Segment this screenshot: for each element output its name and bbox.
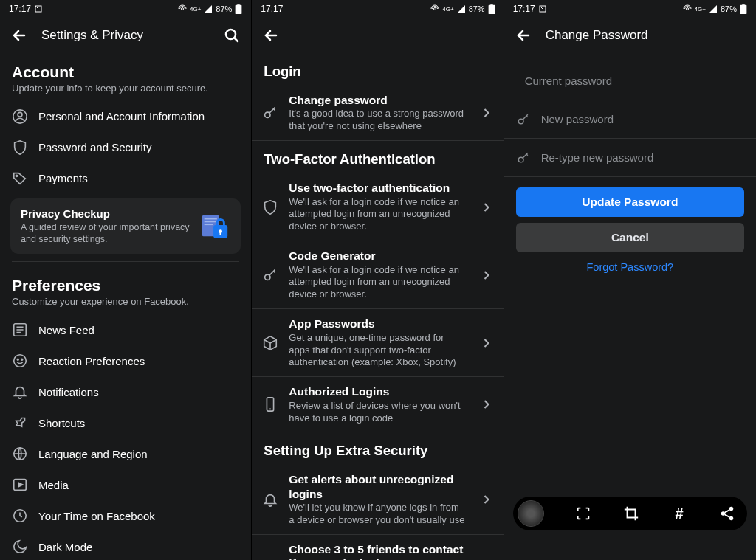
login-alerts-item[interactable]: Get alerts about unrecognized logins We'… (252, 465, 504, 535)
battery-icon (488, 4, 495, 14)
svg-rect-10 (205, 221, 217, 222)
shortcuts-item[interactable]: Shortcuts (0, 407, 251, 438)
code-generator-item[interactable]: Code Generator We'll ask for a login cod… (252, 241, 504, 309)
screenshot-indicator-icon (538, 4, 547, 13)
list-item-label: Payments (38, 172, 88, 184)
svg-point-31 (686, 8, 688, 10)
network-label: 4G+ (442, 6, 453, 13)
chevron-right-icon (479, 268, 494, 283)
svg-point-37 (721, 511, 726, 516)
user-circle-icon (12, 108, 28, 125)
personal-info-item[interactable]: Personal and Account Information (0, 101, 251, 132)
row-title: Code Generator (289, 249, 465, 263)
update-password-button[interactable]: Update Password (516, 187, 744, 217)
svg-rect-33 (742, 4, 745, 5)
cancel-button[interactable]: Cancel (516, 223, 744, 252)
language-item[interactable]: Language and Region (0, 438, 251, 469)
chevron-right-icon (479, 200, 494, 215)
privacy-checkup-card[interactable]: Privacy Checkup A guided review of your … (10, 198, 241, 255)
page-title: Change Password (546, 28, 746, 43)
list-item-label: News Feed (38, 324, 94, 336)
svg-point-17 (17, 359, 18, 361)
svg-point-25 (265, 112, 270, 117)
authorized-logins-item[interactable]: Authorized Logins Review a list of devic… (252, 377, 504, 432)
retype-password-input[interactable] (541, 151, 744, 164)
status-time: 17:17 (513, 4, 535, 14)
key-icon (516, 112, 531, 127)
signal-icon (457, 4, 466, 13)
new-password-row (504, 100, 756, 139)
account-section-title: Account (12, 63, 239, 81)
two-factor-group-header: Two-Factor Authentication (252, 141, 504, 173)
current-password-input[interactable] (525, 75, 744, 87)
share-icon[interactable] (719, 505, 735, 522)
app-bar: Settings & Privacy (0, 18, 251, 53)
chevron-right-icon (479, 397, 494, 412)
svg-rect-24 (490, 4, 493, 5)
moon-icon (12, 539, 28, 555)
chevron-right-icon (479, 106, 494, 120)
forgot-password-link[interactable]: Forgot Password? (504, 252, 756, 282)
cube-icon (262, 335, 278, 351)
trusted-contacts-item[interactable]: Choose 3 to 5 friends to contact if you … (252, 535, 504, 560)
network-label: 4G+ (190, 6, 201, 13)
list-item-label: Password and Security (38, 141, 151, 153)
svg-point-35 (518, 157, 523, 162)
hotspot-icon (430, 4, 439, 13)
svg-point-36 (729, 507, 734, 511)
media-item[interactable]: Media (0, 469, 251, 500)
change-password-item[interactable]: Change password It's a good idea to use … (252, 86, 504, 141)
crop-icon[interactable] (623, 505, 639, 522)
row-title: Change password (289, 93, 465, 107)
battery-text: 87% (216, 4, 232, 13)
battery-icon (235, 4, 242, 14)
row-title: Use two-factor authentication (289, 181, 465, 195)
use-two-factor-item[interactable]: Use two-factor authentication We'll ask … (252, 173, 504, 241)
login-group-header: Login (252, 53, 504, 86)
new-password-input[interactable] (541, 113, 744, 125)
back-icon[interactable] (10, 27, 28, 44)
retype-password-row (504, 139, 756, 177)
screenshot-indicator-icon (34, 4, 43, 13)
preferences-section-title: Preferences (12, 277, 239, 294)
svg-point-6 (18, 112, 22, 117)
svg-point-34 (518, 119, 523, 124)
dark-mode-item[interactable]: Dark Mode (0, 531, 251, 560)
notifications-item[interactable]: Notifications (0, 376, 251, 407)
battery-text: 87% (469, 4, 485, 13)
privacy-lock-icon (199, 211, 230, 242)
bell-icon (262, 491, 278, 508)
current-password-row (504, 62, 756, 100)
hashtag-icon[interactable]: # (671, 505, 687, 522)
settings-privacy-panel: 17:17 4G+ 87% Settings & Privacy Account… (0, 0, 252, 560)
svg-rect-3 (238, 4, 241, 5)
your-time-item[interactable]: Your Time on Facebook (0, 500, 251, 531)
search-icon[interactable] (223, 27, 241, 44)
feed-icon (12, 322, 28, 338)
row-subtitle: Review a list of devices where you won't… (289, 400, 465, 425)
list-item-label: Notifications (38, 386, 99, 398)
app-passwords-item[interactable]: App Passwords Get a unique, one-time pas… (252, 309, 504, 377)
tag-icon (12, 170, 28, 187)
news-feed-item[interactable]: News Feed (0, 314, 251, 345)
back-icon[interactable] (515, 27, 532, 44)
network-label: 4G+ (695, 6, 706, 13)
reaction-preferences-item[interactable]: Reaction Preferences (0, 345, 251, 376)
svg-point-38 (729, 516, 734, 521)
play-square-icon (12, 477, 28, 493)
back-icon[interactable] (262, 27, 280, 44)
screenshot-thumbnail[interactable] (518, 500, 544, 527)
password-security-item[interactable]: Password and Security (0, 132, 251, 163)
phone-icon (262, 396, 278, 412)
row-title: Choose 3 to 5 friends to contact if you … (289, 542, 465, 560)
svg-point-22 (434, 8, 436, 10)
status-bar: 17:17 4G+ 87% (0, 0, 251, 18)
app-bar (252, 18, 504, 53)
list-item-label: Dark Mode (38, 541, 92, 553)
chevron-right-icon (479, 492, 494, 507)
status-bar: 17:17 4G+ 87% (252, 0, 504, 18)
svg-rect-2 (236, 5, 242, 14)
payments-item[interactable]: Payments (0, 163, 251, 194)
smart-select-icon[interactable] (575, 505, 591, 522)
svg-rect-32 (740, 5, 747, 14)
